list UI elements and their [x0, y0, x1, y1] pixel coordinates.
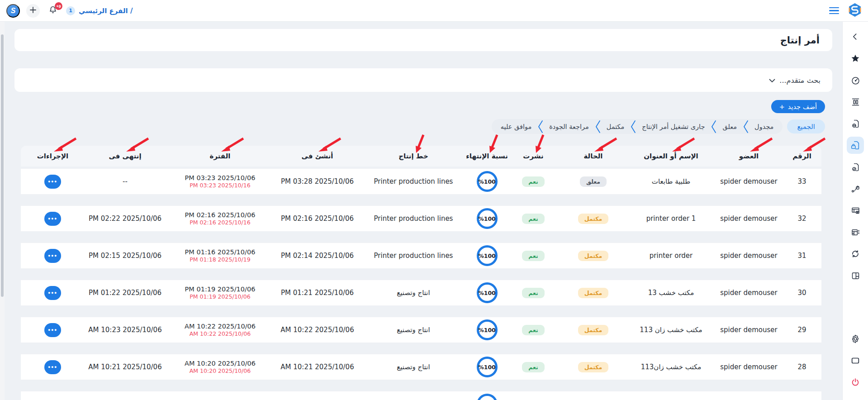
- breadcrumb[interactable]: 1 الفرع الرئيسي /: [66, 6, 133, 15]
- cell-period: AM 10:22 2025/10/06AM 10:22 2025/10/06: [169, 323, 271, 337]
- table-row[interactable]: 32spider demouserprinter order 1مكتملنعم…: [21, 205, 821, 232]
- table-row[interactable]: 30spider demouserمكتب خشب 13مكتملنعم%100…: [21, 280, 821, 306]
- table-body: 33spider demouserطلبية طابعاتمعلقنعم%100…: [21, 168, 821, 400]
- scrollbar-thumb[interactable]: [1, 34, 4, 297]
- cell-name: printer order: [631, 252, 711, 260]
- row-actions-button[interactable]: ●●●: [44, 286, 61, 300]
- kanban-columns-icon[interactable]: [847, 93, 864, 110]
- plus-icon: [29, 6, 37, 15]
- cell-completion: %100: [463, 171, 511, 192]
- cell-published: نعم: [511, 288, 556, 298]
- sync-icon[interactable]: [847, 245, 864, 262]
- gauge-icon[interactable]: [847, 71, 864, 89]
- cell-period: PM 02:16 2025/10/06PM 02:16 2025/10/16: [169, 211, 271, 226]
- add-new-label: أضف جديد: [788, 103, 817, 110]
- add-new-button[interactable]: أضف جديد +: [771, 100, 825, 113]
- layout-split-icon[interactable]: [847, 267, 864, 284]
- tab-1[interactable]: معلق: [722, 123, 737, 130]
- published-badge: نعم: [522, 325, 545, 335]
- cell-completion: %100: [463, 245, 511, 266]
- column-header-period: الفترة: [169, 152, 271, 160]
- cell-ended: PM 01:22 2025/10/06: [81, 289, 169, 297]
- cell-actions: ●●●: [24, 323, 81, 337]
- column-header-line: خط إنتاج: [364, 152, 463, 160]
- cell-status: مكتمل: [556, 325, 631, 335]
- tab-3[interactable]: مكتمل: [607, 123, 625, 130]
- main-content: أمر إنتاج بحث متقدم... أضف جديد + الجميع…: [5, 22, 842, 400]
- row-actions-button[interactable]: ●●●: [44, 212, 61, 226]
- tab-4[interactable]: مراجعة الجودة: [549, 123, 589, 130]
- file-code-icon[interactable]: [847, 115, 864, 132]
- breadcrumb-label: الفرع الرئيسي /: [79, 7, 133, 15]
- cell-actions: ●●●: [24, 212, 81, 226]
- app-logo-icon[interactable]: S: [6, 4, 20, 18]
- file-briefcase-icon[interactable]: [847, 137, 864, 154]
- window-icon[interactable]: [847, 352, 864, 369]
- cell-created: PM 02:16 2025/10/06: [271, 214, 364, 223]
- add-quick-button[interactable]: [26, 4, 40, 18]
- row-actions-button[interactable]: ●●●: [44, 175, 61, 189]
- status-badge: مكتمل: [578, 214, 609, 224]
- completion-ring: %100: [477, 357, 498, 377]
- cell-name: مكتب خشب 13: [631, 289, 711, 297]
- cell-name: طلبية طابعات: [631, 177, 711, 186]
- board-icon[interactable]: [847, 202, 864, 219]
- table-row[interactable]: 33spider demouserطلبية طابعاتمعلقنعم%100…: [21, 168, 821, 195]
- cell-period: PM 01:19 2025/10/06PM 01:19 2025/10/06: [169, 286, 271, 300]
- tab-0[interactable]: مجدول: [754, 123, 773, 130]
- page-title: أمر إنتاج: [780, 35, 820, 46]
- file-check-icon[interactable]: [847, 158, 864, 176]
- cell-line: Printer production lines: [364, 214, 463, 223]
- cell-published: نعم: [511, 251, 556, 261]
- column-header-member: العضو: [711, 152, 786, 160]
- table-row[interactable]: 31spider demouserprinter orderمكتملنعم%1…: [21, 243, 821, 269]
- search-label: بحث متقدم...: [779, 76, 821, 85]
- cell-created: PM 03:28 2025/10/06: [271, 177, 364, 186]
- tab-all[interactable]: الجميع: [787, 119, 825, 133]
- cell-completion: %100: [463, 394, 511, 400]
- topbar-left-group: S +9 1 الفرع الرئيسي /: [6, 4, 133, 18]
- cell-name: مكتب خشب زان113: [631, 363, 711, 371]
- table-list-icon[interactable]: [847, 224, 864, 241]
- cell-status: معلق: [556, 176, 631, 187]
- cell-line: انتاج وتصنيع: [364, 363, 463, 371]
- brand-hexagon-logo-icon: [848, 3, 862, 19]
- gear-icon[interactable]: [847, 330, 864, 348]
- column-header-completion: نسبة الإنتهاء: [463, 152, 511, 160]
- published-badge: نعم: [522, 362, 545, 372]
- power-icon[interactable]: [847, 374, 864, 391]
- notifications-button[interactable]: +9: [46, 4, 60, 18]
- workflow-route-icon[interactable]: [847, 180, 864, 197]
- orders-table: الرقمالعضوالإسم أو العنوانالحالةنشرتنسبة…: [21, 146, 821, 400]
- tab-5[interactable]: موافق عليه: [501, 123, 532, 130]
- cell-member: spider demouser: [711, 289, 786, 297]
- status-badge: مكتمل: [578, 325, 609, 335]
- chevron-separator-icon: [595, 120, 601, 133]
- page-title-card: أمر إنتاج: [14, 29, 832, 51]
- cell-number: 32: [786, 214, 818, 223]
- cell-published: نعم: [511, 362, 556, 372]
- column-header-ended: إنتهى فى: [81, 152, 169, 160]
- published-badge: نعم: [522, 251, 545, 261]
- completion-ring: %100: [477, 319, 498, 340]
- table-row[interactable]: 28spider demouserمكتب خشب زان113مكتملنعم…: [21, 354, 821, 380]
- tab-2[interactable]: جارى تشغيل أمر الإنتاج: [642, 123, 705, 130]
- status-filter-tabs: الجميع مجدولمعلقجارى تشغيل أمر الإنتاجمك…: [22, 119, 825, 134]
- table-row[interactable]: 29spider demouserمكتب خشب زان 113مكتملنع…: [21, 317, 821, 343]
- completion-ring: %100: [477, 394, 498, 400]
- menu-hamburger-icon[interactable]: [827, 5, 841, 16]
- row-actions-button[interactable]: ●●●: [44, 249, 61, 263]
- chevron-left-icon[interactable]: [847, 28, 864, 45]
- row-actions-button[interactable]: ●●●: [44, 323, 61, 337]
- published-badge: نعم: [522, 176, 545, 187]
- row-actions-button[interactable]: ●●●: [44, 360, 61, 374]
- chevron-separator-icon: [711, 120, 716, 133]
- cell-ended: PM 02:22 2025/10/06: [81, 214, 169, 223]
- star-icon[interactable]: [847, 50, 864, 67]
- advanced-search-card[interactable]: بحث متقدم...: [14, 68, 832, 92]
- status-badge: مكتمل: [578, 362, 609, 372]
- cell-completion: %100: [463, 208, 511, 229]
- table-row[interactable]: %100PM 10:16 2025/10/05: [21, 391, 821, 400]
- completion-ring: %100: [477, 171, 498, 192]
- breadcrumb-count-badge: 1: [66, 6, 75, 15]
